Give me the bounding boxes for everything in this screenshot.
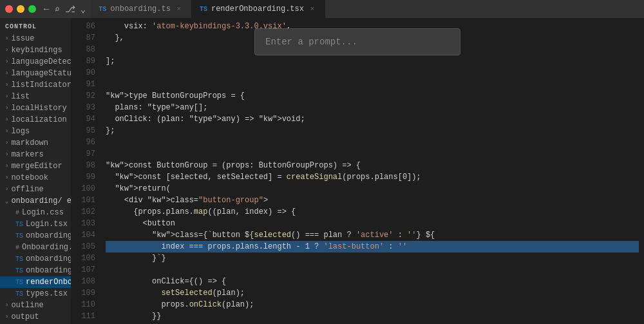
- chevron-right-icon: ›: [5, 47, 8, 53]
- sidebar-section-control: CONTROL: [0, 21, 71, 33]
- sidebar-item-label: types.tsx: [26, 289, 68, 298]
- sidebar-item-label: outline: [11, 301, 43, 310]
- sidebar-item-mergeEditor[interactable]: › mergeEditor: [0, 160, 71, 172]
- maximize-button[interactable]: [28, 5, 36, 13]
- sidebar-item-listIndicator[interactable]: › listIndicator: [0, 79, 71, 91]
- chevron-right-icon: ›: [5, 302, 8, 309]
- chevron-right-icon: ›: [5, 175, 8, 181]
- css-file-icon: #: [15, 209, 19, 216]
- sidebar-item-notebook[interactable]: › notebook: [0, 172, 71, 184]
- sidebar: CONTROL › issue › keybindings › language…: [0, 18, 71, 324]
- ts-file-icon: TS: [99, 6, 106, 13]
- sidebar-item-keybindings[interactable]: › keybindings: [0, 44, 71, 56]
- sidebar-item-languageStatus[interactable]: › languageStatus: [0, 68, 71, 79]
- search-icon[interactable]: ⌕: [54, 4, 59, 15]
- chevron-right-icon: ›: [5, 186, 8, 193]
- sidebar-item-label: localHistory: [11, 104, 66, 113]
- sidebar-item-types-tsx[interactable]: TS types.tsx: [0, 288, 71, 300]
- sidebar-item-label: onboarding.contribu...: [26, 231, 71, 240]
- sidebar-item-output[interactable]: › output: [0, 311, 71, 323]
- tsx-file-icon: TS: [15, 279, 23, 286]
- sidebar-item-languageDetection[interactable]: › languageDetection: [0, 56, 71, 68]
- sidebar-item-label: onboarding.ts: [26, 254, 71, 263]
- sidebar-item-onboarding-contribute[interactable]: TS onboarding.contribu...: [0, 230, 71, 242]
- sidebar-item-outline[interactable]: › outline: [0, 300, 71, 311]
- tsx-file-icon: TS: [15, 221, 23, 228]
- sidebar-item-localHistory[interactable]: › localHistory: [0, 102, 71, 114]
- code-editor[interactable]: 8687888990919293949596979899100101102103…: [71, 18, 644, 324]
- ts-file-icon: TS: [15, 233, 23, 240]
- sidebar-item-localization[interactable]: › localization: [0, 114, 71, 126]
- sidebar-item-label: localization: [11, 115, 66, 124]
- sidebar-item-label: languageStatus: [11, 69, 71, 78]
- tab-onboarding-ts[interactable]: TS onboarding.ts ×: [91, 0, 192, 18]
- sidebar-item-label: Onboarding.css: [22, 243, 71, 252]
- sidebar-item-label: languageDetection: [11, 57, 71, 66]
- css-file-icon: #: [15, 244, 19, 251]
- chevron-right-icon: ›: [5, 35, 8, 42]
- sidebar-item-onboarding-css[interactable]: # Onboarding.css: [0, 242, 71, 253]
- sidebar-item-label: notebook: [11, 173, 48, 182]
- tabs-bar: TS onboarding.ts × TS renderOnboarding.t…: [91, 0, 639, 18]
- sidebar-item-onboarding-ts[interactable]: TS onboarding.ts: [0, 253, 71, 265]
- tab-label-onboarding-ts: onboarding.ts: [110, 5, 171, 14]
- prompt-overlay: [254, 28, 460, 55]
- sidebar-item-offline[interactable]: › offline: [0, 184, 71, 195]
- sidebar-item-label: mergeEditor: [11, 162, 62, 171]
- chevron-right-icon: ›: [5, 140, 8, 146]
- code-content[interactable]: vsix: 'atom-keybindings-3.3.0.vsix', }, …: [100, 18, 644, 324]
- sidebar-item-label: output: [11, 312, 39, 321]
- sidebar-item-logs[interactable]: › logs: [0, 126, 71, 137]
- sidebar-item-label: offline: [11, 185, 43, 194]
- chevron-right-icon: ›: [5, 314, 8, 320]
- prompt-input[interactable]: [254, 28, 460, 55]
- sidebar-item-render-onboarding[interactable]: TS renderOnboarding.tsx: [0, 276, 71, 288]
- ts-file-icon: TS: [15, 256, 23, 263]
- chevron-right-icon: ›: [5, 70, 8, 77]
- tab-render-onboarding[interactable]: TS renderOnboarding.tsx ×: [192, 0, 325, 18]
- ts-file-icon: TS: [15, 267, 23, 274]
- back-icon[interactable]: ←: [44, 4, 49, 14]
- sidebar-item-markers[interactable]: › markers: [0, 149, 71, 160]
- sidebar-item-label: markdown: [11, 138, 48, 148]
- editor-area: 8687888990919293949596979899100101102103…: [71, 18, 644, 324]
- chevron-right-icon: ›: [5, 105, 8, 111]
- tsx-file-icon: TS: [15, 291, 23, 298]
- sidebar-item-label: Login.tsx: [26, 220, 68, 229]
- more-icon[interactable]: ⌄: [80, 4, 86, 15]
- sidebar-item-onboarding[interactable]: ⌄ onboarding/ electron...: [0, 195, 71, 207]
- sidebar-item-label: logs: [11, 127, 30, 136]
- sidebar-item-label: Login.css: [22, 208, 64, 217]
- chevron-right-icon: ›: [5, 117, 8, 123]
- close-button[interactable]: [5, 5, 13, 13]
- minimize-button[interactable]: [17, 5, 24, 13]
- line-numbers: 8687888990919293949596979899100101102103…: [71, 18, 100, 324]
- chevron-right-icon: ›: [5, 163, 8, 169]
- tab-close-onboarding-ts[interactable]: ×: [175, 5, 184, 14]
- sidebar-item-login-css[interactable]: # Login.css: [0, 207, 71, 218]
- sidebar-item-label: keybindings: [11, 46, 62, 55]
- sidebar-item-label: list: [11, 92, 30, 101]
- titlebar-icons: ← ⌕ ⎇ ⌄: [44, 4, 86, 15]
- tsx-file-icon: TS: [200, 6, 207, 13]
- sidebar-item-markdown[interactable]: › markdown: [0, 137, 71, 149]
- sidebar-item-issue[interactable]: › issue: [0, 33, 71, 44]
- sidebar-item-label: listIndicator: [11, 81, 71, 90]
- main-area: CONTROL › issue › keybindings › language…: [0, 18, 644, 324]
- sidebar-item-label: renderOnboarding.tsx: [26, 278, 71, 287]
- traffic-lights: [5, 5, 36, 13]
- source-control-icon[interactable]: ⎇: [65, 4, 75, 15]
- sidebar-item-label: onboarding/ electron...: [11, 196, 71, 205]
- sidebar-item-onboarding-tutor[interactable]: TS onboardingTutor.ts: [0, 265, 71, 276]
- chevron-right-icon: ›: [5, 93, 8, 100]
- sidebar-item-label: onboardingTutor.ts: [26, 266, 71, 275]
- sidebar-item-label: markers: [11, 150, 43, 159]
- tab-label-render-onboarding: renderOnboarding.tsx: [211, 5, 304, 14]
- chevron-right-icon: ›: [5, 59, 8, 65]
- tab-close-render-onboarding[interactable]: ×: [308, 5, 317, 14]
- sidebar-item-login-tsx[interactable]: TS Login.tsx: [0, 218, 71, 230]
- chevron-right-icon: ›: [5, 82, 8, 88]
- titlebar: ← ⌕ ⎇ ⌄ TS onboarding.ts × TS renderOnbo…: [0, 0, 644, 18]
- sidebar-item-list[interactable]: › list: [0, 91, 71, 102]
- sidebar-item-label: issue: [11, 34, 34, 43]
